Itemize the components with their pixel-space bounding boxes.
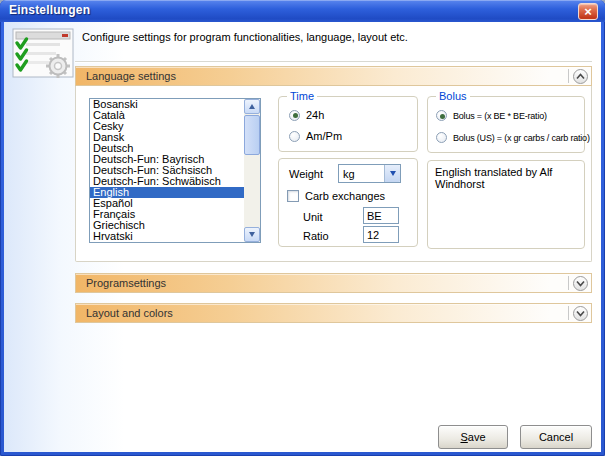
programsettings-header[interactable]: Programsettings xyxy=(75,273,592,293)
bolus-group-label: Bolus xyxy=(436,90,470,102)
chevron-up-icon xyxy=(576,73,585,80)
translation-info-box: English translated by Alf Windhorst xyxy=(427,160,585,249)
radio-selected-icon xyxy=(436,110,447,121)
bolus-group: Bolus Bolus = (x BE * BE-ratio) Bolus (U… xyxy=(427,96,585,153)
divider xyxy=(568,276,569,290)
carb-exchanges-checkbox[interactable]: Carb exchanges xyxy=(287,190,385,202)
weight-unit-value: kg xyxy=(343,168,355,180)
scroll-down-arrow-icon xyxy=(249,232,255,237)
chevron-down-icon xyxy=(576,280,585,287)
expand-button[interactable] xyxy=(573,276,588,291)
scroll-down-button[interactable] xyxy=(244,227,260,242)
weight-unit-select[interactable]: kg xyxy=(338,164,401,183)
scroll-up-arrow-icon xyxy=(249,104,255,109)
expand-button[interactable] xyxy=(573,306,588,321)
language-settings-header[interactable]: Language settings xyxy=(75,66,592,86)
radio-icon xyxy=(436,132,447,143)
layout-colors-header[interactable]: Layout and colors xyxy=(75,303,592,323)
chevron-down-icon xyxy=(576,310,585,317)
dropdown-button[interactable] xyxy=(384,165,400,182)
language-list-item[interactable]: Hrvatski xyxy=(90,231,244,242)
language-list: BosanskiCatalàCeskyDanskDeutschDeutsch-F… xyxy=(90,99,244,242)
radio-selected-icon xyxy=(289,110,300,121)
divider xyxy=(568,306,569,320)
close-icon: × xyxy=(579,3,597,20)
weight-group: Weight kg Carb exchanges Unit Ratio xyxy=(278,158,418,247)
language-settings-label: Language settings xyxy=(86,70,176,82)
separator xyxy=(75,61,592,63)
save-button[interactable]: Save xyxy=(438,425,508,449)
radio-bolus-us[interactable]: Bolus (US) = (x gr carbs / carb ratio) xyxy=(436,132,590,143)
radio-bolus-be[interactable]: Bolus = (x BE * BE-ratio) xyxy=(436,110,547,121)
unit-input[interactable] xyxy=(363,207,399,224)
header-description: Configure settings for program functiona… xyxy=(82,31,582,43)
cancel-button[interactable]: Cancel xyxy=(520,425,592,449)
language-settings-panel: BosanskiCatalàCeskyDanskDeutschDeutsch-F… xyxy=(75,86,592,262)
close-button[interactable]: × xyxy=(578,3,598,20)
weight-label: Weight xyxy=(289,168,323,180)
settings-window: Einstellungen × Configure settings for p… xyxy=(0,0,605,456)
checkbox-icon xyxy=(287,190,299,202)
unit-label: Unit xyxy=(303,211,323,223)
translation-text: English translated by Alf Windhorst xyxy=(435,166,552,190)
layout-colors-label: Layout and colors xyxy=(86,307,173,319)
radio-24h[interactable]: 24h xyxy=(289,109,324,121)
scroll-up-button[interactable] xyxy=(244,99,260,114)
programsettings-label: Programsettings xyxy=(86,277,166,289)
settings-checklist-gear-icon xyxy=(12,28,74,78)
time-group-label: Time xyxy=(287,90,317,102)
ratio-input[interactable] xyxy=(363,226,399,243)
language-listbox: BosanskiCatalàCeskyDanskDeutschDeutsch-F… xyxy=(89,98,261,243)
listbox-scrollbar[interactable] xyxy=(244,99,260,242)
window-title: Einstellungen xyxy=(9,3,90,17)
collapse-button[interactable] xyxy=(573,69,588,84)
divider xyxy=(568,69,569,83)
time-group: Time 24h Am/Pm xyxy=(278,96,418,152)
dropdown-arrow-icon xyxy=(390,171,396,176)
ratio-label: Ratio xyxy=(303,230,329,242)
radio-ampm[interactable]: Am/Pm xyxy=(289,130,342,142)
radio-icon xyxy=(289,131,300,142)
scrollbar-thumb[interactable] xyxy=(244,115,260,155)
title-bar[interactable]: Einstellungen × xyxy=(0,0,605,22)
